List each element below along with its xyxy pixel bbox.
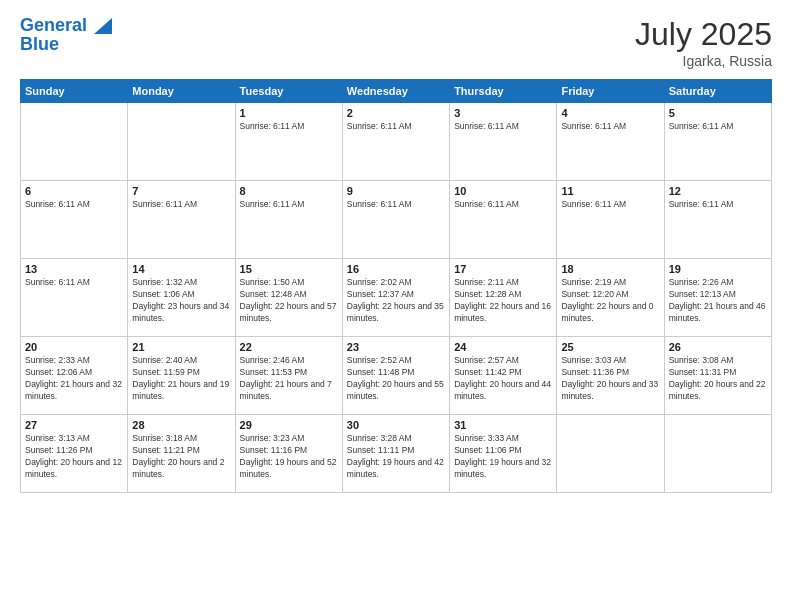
- day-info: Sunrise: 3:18 AMSunset: 11:21 PMDaylight…: [132, 433, 230, 481]
- calendar-cell: 4Sunrise: 6:11 AM: [557, 103, 664, 181]
- day-number: 14: [132, 263, 230, 275]
- day-info: Sunrise: 2:46 AMSunset: 11:53 PMDaylight…: [240, 355, 338, 403]
- location: Igarka, Russia: [635, 53, 772, 69]
- calendar-cell: 31Sunrise: 3:33 AMSunset: 11:06 PMDaylig…: [450, 415, 557, 493]
- day-info: Sunrise: 2:02 AMSunset: 12:37 AMDaylight…: [347, 277, 445, 325]
- day-info: Sunrise: 6:11 AM: [132, 199, 230, 211]
- day-number: 17: [454, 263, 552, 275]
- calendar-cell: [557, 415, 664, 493]
- header-day: Sunday: [21, 80, 128, 103]
- calendar-cell: 18Sunrise: 2:19 AMSunset: 12:20 AMDaylig…: [557, 259, 664, 337]
- calendar-cell: 8Sunrise: 6:11 AM: [235, 181, 342, 259]
- logo-blue-text: Blue: [20, 34, 112, 55]
- day-info: Sunrise: 1:32 AMSunset: 1:06 AMDaylight:…: [132, 277, 230, 325]
- day-info: Sunrise: 3:33 AMSunset: 11:06 PMDaylight…: [454, 433, 552, 481]
- day-number: 7: [132, 185, 230, 197]
- day-info: Sunrise: 2:52 AMSunset: 11:48 PMDaylight…: [347, 355, 445, 403]
- calendar-cell: 6Sunrise: 6:11 AM: [21, 181, 128, 259]
- day-number: 27: [25, 419, 123, 431]
- day-number: 11: [561, 185, 659, 197]
- day-number: 30: [347, 419, 445, 431]
- header-day: Wednesday: [342, 80, 449, 103]
- day-info: Sunrise: 3:08 AMSunset: 11:31 PMDaylight…: [669, 355, 767, 403]
- calendar-cell: 14Sunrise: 1:32 AMSunset: 1:06 AMDayligh…: [128, 259, 235, 337]
- day-info: Sunrise: 6:11 AM: [240, 199, 338, 211]
- day-info: Sunrise: 6:11 AM: [25, 199, 123, 211]
- day-info: Sunrise: 2:33 AMSunset: 12:06 AMDaylight…: [25, 355, 123, 403]
- calendar-cell: 17Sunrise: 2:11 AMSunset: 12:28 AMDaylig…: [450, 259, 557, 337]
- day-number: 16: [347, 263, 445, 275]
- header-day: Saturday: [664, 80, 771, 103]
- day-number: 1: [240, 107, 338, 119]
- day-number: 13: [25, 263, 123, 275]
- day-info: Sunrise: 2:11 AMSunset: 12:28 AMDaylight…: [454, 277, 552, 325]
- logo-icon: [94, 18, 112, 34]
- day-info: Sunrise: 3:13 AMSunset: 11:26 PMDaylight…: [25, 433, 123, 481]
- day-info: Sunrise: 6:11 AM: [240, 121, 338, 133]
- calendar-cell: [21, 103, 128, 181]
- day-number: 6: [25, 185, 123, 197]
- day-info: Sunrise: 1:50 AMSunset: 12:48 AMDaylight…: [240, 277, 338, 325]
- calendar-cell: 3Sunrise: 6:11 AM: [450, 103, 557, 181]
- day-number: 26: [669, 341, 767, 353]
- logo-text: General: [20, 16, 112, 36]
- day-info: Sunrise: 3:28 AMSunset: 11:11 PMDaylight…: [347, 433, 445, 481]
- day-number: 21: [132, 341, 230, 353]
- calendar-cell: 16Sunrise: 2:02 AMSunset: 12:37 AMDaylig…: [342, 259, 449, 337]
- day-number: 19: [669, 263, 767, 275]
- day-number: 9: [347, 185, 445, 197]
- calendar: SundayMondayTuesdayWednesdayThursdayFrid…: [20, 79, 772, 493]
- calendar-cell: 22Sunrise: 2:46 AMSunset: 11:53 PMDaylig…: [235, 337, 342, 415]
- calendar-cell: 15Sunrise: 1:50 AMSunset: 12:48 AMDaylig…: [235, 259, 342, 337]
- calendar-cell: [664, 415, 771, 493]
- day-number: 24: [454, 341, 552, 353]
- title-block: July 2025 Igarka, Russia: [635, 16, 772, 69]
- calendar-cell: 26Sunrise: 3:08 AMSunset: 11:31 PMDaylig…: [664, 337, 771, 415]
- calendar-cell: 10Sunrise: 6:11 AM: [450, 181, 557, 259]
- header-day: Monday: [128, 80, 235, 103]
- day-number: 22: [240, 341, 338, 353]
- day-number: 28: [132, 419, 230, 431]
- calendar-cell: 19Sunrise: 2:26 AMSunset: 12:13 AMDaylig…: [664, 259, 771, 337]
- day-info: Sunrise: 6:11 AM: [347, 121, 445, 133]
- header-day: Thursday: [450, 80, 557, 103]
- calendar-cell: 28Sunrise: 3:18 AMSunset: 11:21 PMDaylig…: [128, 415, 235, 493]
- day-info: Sunrise: 6:11 AM: [347, 199, 445, 211]
- calendar-cell: 7Sunrise: 6:11 AM: [128, 181, 235, 259]
- calendar-cell: 9Sunrise: 6:11 AM: [342, 181, 449, 259]
- day-info: Sunrise: 6:11 AM: [25, 277, 123, 289]
- calendar-cell: 27Sunrise: 3:13 AMSunset: 11:26 PMDaylig…: [21, 415, 128, 493]
- day-info: Sunrise: 6:11 AM: [669, 121, 767, 133]
- calendar-cell: 1Sunrise: 6:11 AM: [235, 103, 342, 181]
- day-info: Sunrise: 2:26 AMSunset: 12:13 AMDaylight…: [669, 277, 767, 325]
- calendar-cell: 21Sunrise: 2:40 AMSunset: 11:59 PMDaylig…: [128, 337, 235, 415]
- day-info: Sunrise: 6:11 AM: [561, 121, 659, 133]
- calendar-cell: 11Sunrise: 6:11 AM: [557, 181, 664, 259]
- svg-marker-0: [94, 18, 112, 34]
- day-number: 20: [25, 341, 123, 353]
- day-info: Sunrise: 2:40 AMSunset: 11:59 PMDaylight…: [132, 355, 230, 403]
- day-info: Sunrise: 3:03 AMSunset: 11:36 PMDaylight…: [561, 355, 659, 403]
- day-number: 5: [669, 107, 767, 119]
- day-number: 23: [347, 341, 445, 353]
- calendar-cell: 5Sunrise: 6:11 AM: [664, 103, 771, 181]
- day-number: 29: [240, 419, 338, 431]
- calendar-cell: 23Sunrise: 2:52 AMSunset: 11:48 PMDaylig…: [342, 337, 449, 415]
- calendar-cell: 24Sunrise: 2:57 AMSunset: 11:42 PMDaylig…: [450, 337, 557, 415]
- calendar-cell: 25Sunrise: 3:03 AMSunset: 11:36 PMDaylig…: [557, 337, 664, 415]
- day-info: Sunrise: 3:23 AMSunset: 11:16 PMDaylight…: [240, 433, 338, 481]
- calendar-cell: 12Sunrise: 6:11 AM: [664, 181, 771, 259]
- day-number: 10: [454, 185, 552, 197]
- day-number: 18: [561, 263, 659, 275]
- calendar-cell: [128, 103, 235, 181]
- header-day: Friday: [557, 80, 664, 103]
- logo: General Blue: [20, 16, 112, 55]
- day-info: Sunrise: 6:11 AM: [454, 121, 552, 133]
- day-number: 31: [454, 419, 552, 431]
- calendar-cell: 13Sunrise: 6:11 AM: [21, 259, 128, 337]
- day-info: Sunrise: 2:57 AMSunset: 11:42 PMDaylight…: [454, 355, 552, 403]
- day-number: 15: [240, 263, 338, 275]
- calendar-cell: 30Sunrise: 3:28 AMSunset: 11:11 PMDaylig…: [342, 415, 449, 493]
- header-day: Tuesday: [235, 80, 342, 103]
- day-info: Sunrise: 6:11 AM: [561, 199, 659, 211]
